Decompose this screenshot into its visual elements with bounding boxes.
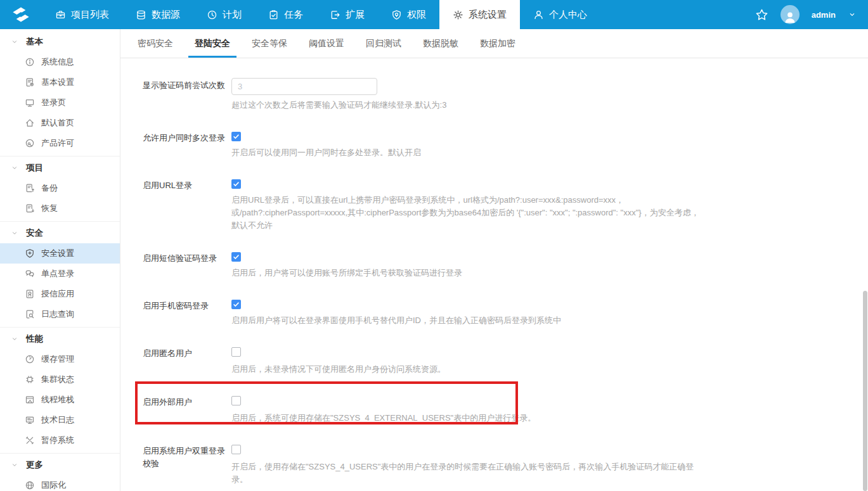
tab-data-masking[interactable]: 数据脱敏 [422, 29, 460, 58]
sidebar-item-cache-management[interactable]: 缓存管理 [0, 349, 120, 369]
form-row-allow-multiple-login: 允许用户同时多次登录开启后可以使用同一用户同时在多处登录。默认开启 [143, 131, 868, 159]
sidebar-item-login-page[interactable]: 登录页 [0, 92, 120, 113]
nav-item-extension[interactable]: 扩展 [316, 0, 378, 29]
nav-item-personal-center[interactable]: 个人中心 [520, 0, 600, 29]
sidebar-section-performance: 性能缓存管理集群状态线程堆栈技术日志暂停系统 [0, 329, 120, 454]
nav-item-project-list[interactable]: 项目列表 [42, 0, 122, 29]
shield-plus-icon [25, 248, 35, 258]
sidebar-item-log-query[interactable]: 日志查询 [0, 304, 120, 324]
field-control: 超过这个次数之后将需要输入验证码才能继续登录.默认为:3 [231, 78, 446, 112]
sidebar-item-backup[interactable]: 备份 [0, 178, 120, 198]
user-icon [783, 10, 797, 24]
sidebar-section-title-more[interactable]: 更多 [0, 455, 120, 475]
sidebar-section-title-performance[interactable]: 性能 [0, 329, 120, 349]
enable-external-user-checkbox[interactable] [231, 396, 241, 405]
field-control: 启用后，系统可使用存储在"SZSYS_4_EXTERNAL_USERS"表中的用… [231, 395, 536, 424]
form-row-enable-external-user: 启用外部用户启用后，系统可使用存储在"SZSYS_4_EXTERNAL_USER… [143, 395, 868, 424]
field-control: 开启后可以使用同一用户同时在多处登录。默认开启 [231, 131, 421, 159]
enable-sms-login-checkbox[interactable] [231, 252, 241, 262]
user-icon [533, 10, 544, 20]
username[interactable]: admin [812, 10, 836, 20]
scrollbar-thumb[interactable] [863, 291, 867, 491]
sidebar: 基本系统信息基本设置登录页默认首页产品许可项目备份恢复安全安全设置单点登录授信应… [0, 29, 120, 491]
sidebar-item-tech-log[interactable]: 技术日志 [0, 410, 120, 430]
sidebar-item-cluster-status[interactable]: 集群状态 [0, 369, 120, 390]
sidebar-section-title-basic[interactable]: 基本 [0, 32, 120, 52]
tab-security-grade[interactable]: 安全等保 [250, 29, 288, 58]
field-control: 启用后，用户将可以使用账号所绑定手机号获取验证码进行登录 [231, 251, 462, 279]
sidebar-item-default-home[interactable]: 默认首页 [0, 113, 120, 133]
nav-item-permission[interactable]: 权限 [378, 0, 439, 29]
license-icon [25, 138, 35, 148]
enable-anonymous-user-checkbox[interactable] [231, 347, 241, 357]
field-control: 启用URL登录后，可以直接在url上携带用户密码登录到系统中，url格式为/pa… [231, 178, 707, 232]
sidebar-item-thread-stack[interactable]: 线程堆栈 [0, 390, 120, 410]
section-title-label: 基本 [26, 36, 43, 48]
frame-icon [25, 395, 35, 405]
sidebar-section-basic: 基本系统信息基本设置登录页默认首页产品许可 [0, 32, 120, 156]
chevron-down-icon [11, 229, 18, 237]
tab-password-security[interactable]: 密码安全 [136, 29, 174, 58]
form-row-enable-dual-login-check: 启用系统用户双重登录校验开启后，使用存储在"SZSYS_4_USERS"表中的用… [143, 443, 868, 486]
sidebar-item-restore[interactable]: 恢复 [0, 198, 120, 219]
sidebar-item-label: 授信应用 [41, 288, 74, 300]
enable-dual-login-check-checkbox[interactable] [231, 445, 241, 454]
field-control: 启用后，未登录情况下可使用匿名用户身份访问系统资源。 [231, 346, 446, 376]
field-control: 开启后，使用存储在"SZSYS_4_USERS"表中的用户在登录的时候需要在正确… [231, 443, 707, 486]
section-title-label: 安全 [26, 227, 43, 239]
sidebar-item-single-sign-on[interactable]: 单点登录 [0, 264, 120, 284]
allow-multiple-login-checkbox[interactable] [231, 132, 241, 141]
sidebar-item-product-license[interactable]: 产品许可 [0, 133, 120, 153]
nav-item-label: 数据源 [152, 9, 180, 21]
field-hint: 开启后，使用存储在"SZSYS_4_USERS"表中的用户在登录的时候需要在正确… [231, 461, 707, 486]
sidebar-item-label: 集群状态 [41, 374, 74, 385]
sidebar-item-label: 缓存管理 [41, 354, 74, 365]
app-logo[interactable] [0, 0, 42, 29]
tab-regression-test[interactable]: 回归测试 [365, 29, 403, 58]
sidebar-item-internationalization[interactable]: 国际化 [0, 475, 120, 491]
sidebar-section-title-security[interactable]: 安全 [0, 223, 120, 243]
sidebar-item-label: 基本设置 [41, 77, 74, 88]
sidebar-section-more: 更多国际化外部服务 [0, 455, 120, 491]
chevron-down-icon[interactable] [848, 10, 857, 19]
avatar[interactable] [781, 5, 800, 24]
tools-icon [25, 435, 35, 445]
top-navbar: 项目列表数据源计划任务扩展权限系统设置个人中心 admin [0, 0, 868, 29]
field-hint: 启用后，系统可使用存储在"SZSYS_4_EXTERNAL_USERS"表中的用… [231, 412, 536, 424]
sidebar-item-security-settings[interactable]: 安全设置 [0, 243, 120, 264]
sidebar-item-pause-system[interactable]: 暂停系统 [0, 430, 120, 450]
sidebar-section-title-project[interactable]: 项目 [0, 158, 120, 178]
form-row-enable-phone-password-login: 启用手机密码登录启用后用户将可以在登录界面使用手机号替代用户ID，并且在输入正确… [143, 298, 868, 327]
nav-item-plan[interactable]: 计划 [193, 0, 255, 29]
nav-item-task[interactable]: 任务 [255, 0, 316, 29]
tab-data-encryption[interactable]: 数据加密 [479, 29, 517, 58]
nav-item-label: 任务 [284, 9, 303, 21]
sidebar-item-trusted-apps[interactable]: 授信应用 [0, 284, 120, 304]
sidebar-item-label: 线程堆栈 [41, 394, 74, 405]
sidebar-section-security: 安全安全设置单点登录授信应用日志查询 [0, 223, 120, 328]
export-icon [330, 10, 340, 20]
nav-item-label: 计划 [223, 9, 242, 21]
sidebar-item-system-info[interactable]: 系统信息 [0, 52, 120, 72]
nav-item-data-source[interactable]: 数据源 [122, 0, 193, 29]
captcha-attempts-input[interactable] [231, 78, 377, 95]
nav-item-system-settings[interactable]: 系统设置 [439, 0, 520, 29]
doc-gear-icon [25, 77, 35, 87]
database-icon [136, 10, 146, 20]
nav-item-label: 系统设置 [469, 9, 507, 21]
sidebar-section-project: 项目备份恢复 [0, 158, 120, 222]
tab-threshold-settings[interactable]: 阈值设置 [308, 29, 346, 58]
tab-login-security[interactable]: 登陆安全 [193, 29, 231, 58]
gauge-icon [25, 354, 35, 364]
sidebar-item-label: 恢复 [41, 203, 58, 214]
enable-phone-password-login-checkbox[interactable] [231, 300, 241, 309]
chevron-down-icon [11, 335, 18, 343]
sidebar-item-label: 默认首页 [41, 117, 74, 129]
favorite-star-icon[interactable] [755, 8, 768, 22]
monitor-icon [25, 98, 35, 108]
doc-search-icon [25, 309, 35, 319]
briefcase-icon [55, 10, 66, 20]
form-row-captcha-attempts: 显示验证码前尝试次数超过这个次数之后将需要输入验证码才能继续登录.默认为:3 [143, 78, 868, 112]
sidebar-item-basic-settings[interactable]: 基本设置 [0, 72, 120, 92]
enable-url-login-checkbox[interactable] [231, 179, 241, 189]
